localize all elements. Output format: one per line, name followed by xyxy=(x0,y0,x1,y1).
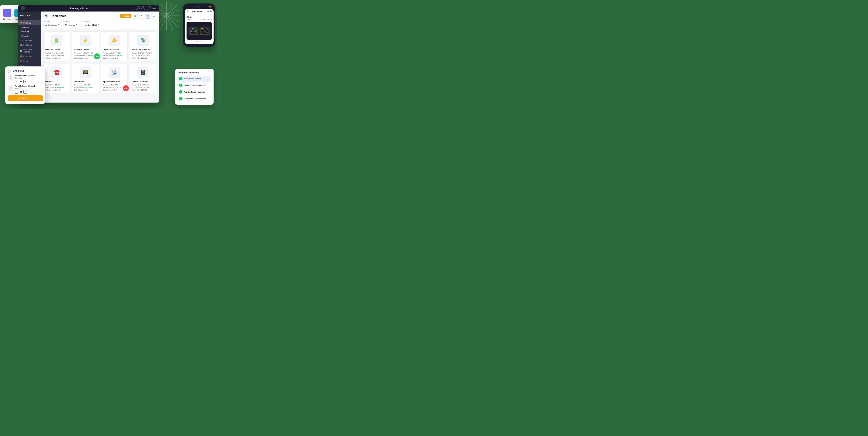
phone-screen: 🔍 Electronics 🛍 ☰ Shop ≡ Filter Sort By:… xyxy=(185,9,214,44)
product-name-4: Handset xyxy=(45,81,68,83)
automate-item-4: ✓ Automate Stock Reminders xyxy=(178,95,211,101)
product-name-0: Portable Power xyxy=(45,49,68,51)
automate-label-4: Automate Stock Reminders xyxy=(184,97,206,99)
check-icon-2: ✓ xyxy=(179,84,183,87)
product-meta-0: Product Id : MHS-13KH-3|6 Stock In Piece… xyxy=(45,52,68,59)
qty-decrease-2[interactable]: − xyxy=(14,90,18,94)
dot-3 xyxy=(199,41,199,42)
menu-icon[interactable]: ☰ xyxy=(210,10,212,13)
automate-item-2: ✓ Rental Products & Warranty xyxy=(178,82,211,88)
qty-control-1: − 24 + xyxy=(14,80,43,83)
chevron-down-icon: ▾ xyxy=(58,24,59,26)
grid-view-button[interactable]: ⊞ xyxy=(145,13,150,19)
product-image-7: 🗄️ xyxy=(132,65,154,79)
add-button[interactable]: + xyxy=(147,6,151,10)
back-button[interactable]: ‹ xyxy=(21,6,25,10)
sidebar-item-post-sales[interactable]: 📊 Post-Sales Tracking xyxy=(18,48,41,54)
sidebar-logo: JackTrade xyxy=(18,11,41,19)
sidebar-item-fulfillment[interactable]: 📋 Fulfillment xyxy=(18,43,41,48)
detail-view-button[interactable]: ≡ xyxy=(152,13,156,19)
sidebar-item-products[interactable]: Products xyxy=(18,30,41,34)
titlebar-left: ‹ xyxy=(21,6,25,10)
product-icon-2: ☀️ xyxy=(108,35,120,46)
checkout-item-1-price: $1200.00 xyxy=(14,77,43,79)
qty-increase-1[interactable]: + xyxy=(23,80,27,83)
automate-label-2: Rental Products & Warranty xyxy=(184,84,207,86)
phone-notch-row: • • • ⬛📶🔋 xyxy=(185,6,214,7)
cart-icon[interactable]: 🛍 xyxy=(207,10,209,13)
qty-increase-2[interactable]: + xyxy=(23,90,27,94)
phone-filter-button[interactable]: ≡ Filter xyxy=(187,19,191,21)
more-button[interactable]: ⋯ xyxy=(153,6,156,10)
new-button[interactable]: + New xyxy=(120,14,131,18)
minimize-button[interactable]: ○ xyxy=(136,6,140,10)
phone-mockup: • • • ⬛📶🔋 🔍 Electronics 🛍 ☰ Shop ≡ Filte… xyxy=(183,3,215,47)
fulfillment-icon: 📋 xyxy=(20,44,22,46)
product-image-6: 📡 xyxy=(103,65,126,79)
product-icon-4: ☎️ xyxy=(51,67,62,78)
content-header: ⊞ Electronics + New ⚙ ☰ ⊞ ≡ xyxy=(41,11,159,29)
price-select[interactable]: From $0 - &1000 ▾ xyxy=(81,23,101,27)
product-card-4[interactable]: ☎️ Handset Product Id : NCC-SIH Stock In… xyxy=(43,63,70,93)
chevron-down-icon: ▾ xyxy=(98,24,99,26)
product-image-4: ☎️ xyxy=(45,65,68,79)
svg-rect-29 xyxy=(193,28,194,29)
svg-line-6 xyxy=(160,2,173,30)
product-card-3[interactable]: 🎙️ Audio For Video Kit Product Id : BNDL… xyxy=(130,31,156,61)
features-filter: Features All Features ▾ xyxy=(63,20,79,27)
category-select[interactable]: All Categories ▾ xyxy=(43,23,61,27)
product-icon-1: ⚡ xyxy=(80,35,91,46)
product-name-2: Rigid Solar Panel xyxy=(103,49,126,51)
product-icon-7: 🗄️ xyxy=(137,67,149,78)
sidebar-item-inventory[interactable]: 📦 Inventory xyxy=(18,21,41,25)
dot-4 xyxy=(200,41,201,42)
inventory-icon: 📦 xyxy=(20,22,22,24)
product-card-1[interactable]: ⚡ Portable Power Product Id : SGS-FPPS-3… xyxy=(72,31,99,61)
sell-online-icon: 🛒 xyxy=(3,9,11,17)
product-card-0[interactable]: 🔋 Portable Power Product Id : MHS-13KH-3… xyxy=(43,31,70,61)
sidebar-item-media[interactable]: 🎬 Media xyxy=(18,59,41,63)
badge-6: 20% xyxy=(123,85,129,91)
automate-card: Automate Inventory ✓ Simplified Fulfillm… xyxy=(175,69,214,105)
checkout-item-1-name: Portable Power Station 1 xyxy=(14,75,43,77)
cart-icon: 🛒 xyxy=(8,69,11,73)
product-icon-3: 🎙️ xyxy=(137,35,149,46)
phone-product-image xyxy=(187,22,212,39)
qty-decrease-1[interactable]: − xyxy=(14,80,18,83)
product-card-7[interactable]: 🗄️ Network Cabinets Product Id : CAW-NCA… xyxy=(130,63,156,93)
product-image-2: ☀️ xyxy=(103,33,126,47)
search-icon[interactable]: 🔍 xyxy=(187,10,189,13)
sidebar-item-materials[interactable]: Materials xyxy=(18,34,41,38)
checkout-item-2-price: $850.00 xyxy=(14,87,43,89)
add-to-cart-button[interactable]: Add To Cart › xyxy=(8,95,43,101)
product-card-6[interactable]: 📡 Specialty Routers Product Id : RES-SRS… xyxy=(101,63,128,93)
help-button[interactable]: ? xyxy=(142,6,145,10)
product-meta-3: Product Id : BNDL-AFV-AFVK Stock In Piec… xyxy=(132,52,154,59)
header-actions: + New ⚙ ☰ ⊞ ≡ xyxy=(120,13,156,19)
product-card-5[interactable]: 📟 Telephones Product Id : AOX-AV9E Stock… xyxy=(72,63,99,93)
list-view-button[interactable]: ☰ xyxy=(139,13,144,19)
settings-button[interactable]: ⚙ xyxy=(133,13,137,19)
features-select[interactable]: All Features ▾ xyxy=(63,23,79,27)
phone-filter-row: ≡ Filter Sort By: Featured xyxy=(187,19,212,21)
sidebar-item-financials[interactable]: 💰 Financials xyxy=(18,54,41,59)
checkout-item-2-name: Portable Power Station 2 xyxy=(14,85,43,87)
titlebar-icons-right: ○ ? + ⋯ xyxy=(136,6,156,10)
product-card-2[interactable]: ☀️ Rigid Solar Panel Product Id : LYS-FP… xyxy=(101,31,128,61)
sidebar-item-stock-review[interactable]: Stock Review xyxy=(18,38,41,43)
automate-item-1: ✓ Simplified Fulfillment xyxy=(178,76,211,82)
dot-2 xyxy=(197,41,198,42)
product-name-5: Telephones xyxy=(74,81,97,83)
page-icon: ⊞ xyxy=(43,13,48,19)
automate-label-3: Auto Backorder Purchase xyxy=(184,91,205,93)
product-name-6: Specialty Routers xyxy=(103,81,126,83)
products-grid: 🔋 Portable Power Product Id : MHS-13KH-3… xyxy=(41,29,159,103)
sell-online-option[interactable]: 🛒 Sell Online xyxy=(2,9,12,20)
checkout-item-1-image: 🔋 xyxy=(8,75,13,80)
page-title: Electronics xyxy=(50,14,67,18)
svg-rect-28 xyxy=(192,28,193,29)
product-meta-6: Product Id : RES-SRS Stock In Pieces: 48… xyxy=(103,84,126,91)
automate-label-1: Simplified Fulfillment xyxy=(184,78,200,80)
svg-rect-21 xyxy=(190,34,197,35)
sidebar-item-cataloging[interactable]: Cataloging xyxy=(18,25,41,30)
